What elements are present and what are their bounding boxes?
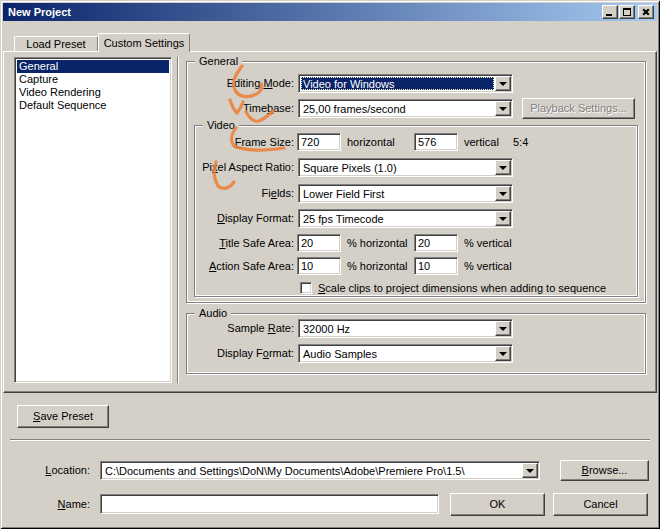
browse-button[interactable]: Browse... (560, 460, 649, 481)
location-select[interactable]: C:\Documents and Settings\DoN\My Documen… (100, 461, 540, 480)
maximize-icon (623, 8, 631, 16)
titlebar[interactable]: New Project (3, 3, 657, 21)
name-input[interactable] (100, 494, 439, 514)
chevron-down-icon[interactable] (495, 346, 511, 361)
cancel-button[interactable]: Cancel (553, 493, 648, 516)
minimize-button[interactable] (602, 5, 618, 19)
editing-mode-select[interactable]: Video for Windows (298, 74, 513, 93)
audio-display-format-label: Display Format: (186, 344, 294, 362)
frame-height-input[interactable] (414, 133, 458, 151)
action-safe-h-unit: % horizontal (347, 257, 408, 275)
chevron-down-icon[interactable] (495, 101, 511, 116)
ok-button[interactable]: OK (450, 493, 545, 516)
action-safe-label: Action Safe Area: (186, 257, 294, 275)
fields-label: Fields: (186, 184, 294, 202)
action-safe-v-input[interactable] (414, 257, 458, 275)
pixel-aspect-label: Pixel Aspect Ratio: (186, 158, 294, 176)
frame-width-unit: horizontal (347, 133, 395, 151)
list-item-general[interactable]: General (17, 60, 169, 73)
editing-mode-label: Editing Mode: (186, 74, 294, 92)
video-display-format-label: Display Format: (186, 209, 294, 227)
scale-clips-checkbox[interactable] (300, 282, 312, 294)
scale-clips-label: Scale clips to project dimensions when a… (318, 279, 606, 297)
window-title: New Project (8, 6, 71, 18)
timebase-label: Timebase: (186, 99, 294, 117)
title-safe-v-input[interactable] (414, 234, 458, 252)
list-item-video-rendering[interactable]: Video Rendering (17, 86, 169, 99)
fields-select[interactable]: Lower Field First (298, 184, 513, 203)
tab-load-preset[interactable]: Load Preset (14, 36, 98, 52)
chevron-down-icon[interactable] (495, 160, 511, 175)
frame-height-unit: vertical (464, 133, 499, 151)
title-safe-v-unit: % vertical (464, 234, 512, 252)
minimize-icon (606, 14, 612, 16)
title-safe-h-unit: % horizontal (347, 234, 408, 252)
settings-category-list[interactable]: General Capture Video Rendering Default … (14, 57, 172, 383)
frame-width-input[interactable] (297, 133, 341, 151)
aspect-ratio-value: 5:4 (513, 133, 528, 151)
location-label: Location: (20, 461, 90, 479)
action-safe-v-unit: % vertical (464, 257, 512, 275)
list-item-default-sequence[interactable]: Default Sequence (17, 99, 169, 112)
chevron-down-icon[interactable] (495, 321, 511, 336)
chevron-down-icon[interactable] (495, 211, 511, 226)
chevron-down-icon[interactable] (495, 186, 511, 201)
chevron-down-icon[interactable] (522, 463, 538, 478)
video-display-format-select[interactable]: 25 fps Timecode (298, 209, 513, 228)
title-safe-label: Title Safe Area: (186, 234, 294, 252)
maximize-button[interactable] (619, 5, 635, 19)
frame-size-label: Frame Size: (186, 133, 294, 151)
new-project-dialog: New Project Load Preset Custom Settings … (0, 0, 660, 529)
footer-divider (10, 439, 650, 441)
playback-settings-button: Playback Settings... (522, 98, 635, 119)
general-group-title: General (195, 55, 242, 68)
list-panel-divider (177, 57, 179, 383)
sample-rate-label: Sample Rate: (186, 319, 294, 337)
chevron-down-icon[interactable] (495, 76, 511, 91)
close-button[interactable] (638, 5, 654, 19)
title-safe-h-input[interactable] (297, 234, 341, 252)
audio-display-format-select[interactable]: Audio Samples (298, 344, 513, 363)
save-preset-button[interactable]: Save Preset (17, 405, 109, 428)
pixel-aspect-select[interactable]: Square Pixels (1.0) (298, 158, 513, 177)
video-group-title: Video (203, 119, 239, 132)
action-safe-h-input[interactable] (297, 257, 341, 275)
name-label: Name: (20, 495, 90, 513)
tab-custom-settings[interactable]: Custom Settings (98, 33, 190, 52)
timebase-select[interactable]: 25,00 frames/second (298, 99, 513, 118)
sample-rate-select[interactable]: 32000 Hz (298, 319, 513, 338)
list-item-capture[interactable]: Capture (17, 73, 169, 86)
